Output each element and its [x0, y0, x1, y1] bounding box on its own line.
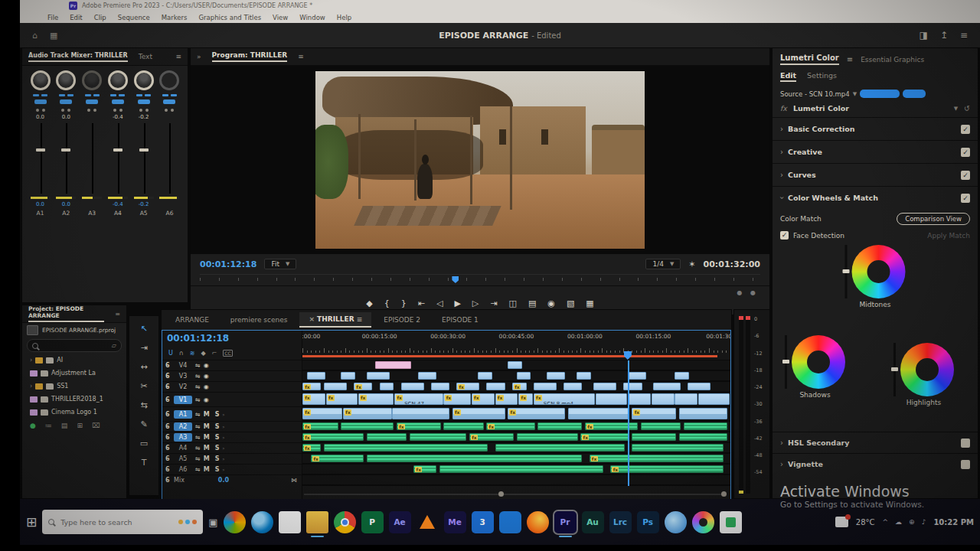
pen-tool[interactable]: ✎ [140, 419, 147, 429]
timeline-clip[interactable]: fx [302, 393, 325, 405]
delete-icon[interactable]: ⌧ [92, 422, 100, 429]
track-header-mix[interactable]: 6Mix0.0⋈ [162, 474, 302, 485]
timeline-clip[interactable] [367, 433, 407, 441]
solo-button[interactable]: S [215, 411, 220, 418]
subtab-edit[interactable]: Edit [780, 71, 796, 82]
share-icon[interactable]: ↥ [940, 30, 948, 41]
project-item[interactable]: Adjustment La [22, 367, 126, 380]
track-header-V2[interactable]: 6V2⇋◉ [162, 381, 302, 392]
mute-button[interactable]: M [204, 466, 210, 473]
track-lock-icon[interactable]: 6 [165, 411, 171, 418]
chat-icon[interactable] [499, 511, 521, 533]
timeline-clip[interactable] [577, 372, 591, 380]
track-target-V3[interactable]: V3 [174, 372, 192, 380]
track-lock-icon[interactable]: 6 [165, 396, 171, 403]
hue-wheel[interactable] [900, 343, 954, 396]
timeline-clip[interactable] [392, 408, 449, 419]
automation-mode[interactable] [34, 99, 47, 104]
snap-icon[interactable]: U [168, 350, 173, 357]
marker-icon[interactable]: ◆ [201, 350, 205, 357]
captions-icon[interactable]: CC [223, 350, 232, 357]
timeline-clip[interactable] [517, 433, 578, 441]
mute-button[interactable]: M [204, 434, 210, 441]
timeline-clip[interactable] [641, 422, 681, 430]
section-basic-correction[interactable]: ›Basic Correction✓ [773, 117, 978, 140]
sync-lock-icon[interactable]: ⇋ [195, 445, 201, 452]
automation-mode[interactable] [138, 99, 150, 104]
solo-button[interactable]: S [215, 445, 220, 452]
track-header-A2[interactable]: 6A2⇋MS⸗ [162, 421, 302, 432]
hue-wheel[interactable] [792, 335, 845, 389]
timeline-clip[interactable] [632, 433, 676, 441]
mute-solo-buttons[interactable] [85, 94, 100, 96]
mute-button[interactable]: M [204, 455, 210, 462]
track-lock-icon[interactable]: 6 [165, 434, 171, 441]
pan-knob[interactable] [159, 70, 179, 90]
track-header-V4[interactable]: 6V4⇋◉ [162, 360, 302, 370]
timeline-clip[interactable]: fx [302, 383, 321, 390]
tray-icon[interactable]: ♪ [922, 518, 926, 526]
volume-fader[interactable] [86, 123, 98, 194]
solo-button[interactable]: S [215, 423, 220, 430]
track-header-A1[interactable]: 6A1⇋MS⸗ [162, 406, 302, 421]
mute-button[interactable]: M [204, 423, 210, 430]
scanner-icon[interactable] [720, 511, 742, 533]
timeline-clip[interactable] [375, 361, 411, 369]
panel-menu-icon[interactable]: ≡ [298, 53, 304, 60]
timeline-clip[interactable] [380, 383, 394, 390]
timeline-clip[interactable]: fx [358, 393, 394, 405]
panel-menu-icon[interactable]: ≡ [115, 311, 120, 318]
timeline-clip-scn-8-mp4[interactable]: fxSCN 8.mp4 [534, 393, 595, 405]
timeline-clip[interactable]: fx [486, 422, 534, 430]
timeline-clip[interactable] [547, 372, 565, 380]
track-target-V2[interactable]: V2 [174, 383, 192, 391]
notification-card-icon[interactable] [835, 517, 848, 527]
section-hsl-secondary[interactable]: ›HSL Secondary [773, 432, 978, 453]
track-lock-icon[interactable]: 6 [165, 423, 171, 430]
add-marker-button[interactable]: ◆ [366, 298, 372, 308]
program-playhead[interactable] [452, 276, 459, 283]
menu-help[interactable]: Help [337, 14, 351, 21]
track-header-A4[interactable]: 6A4⇋MS⸗ [162, 442, 302, 453]
timeline-hscrollbar[interactable] [304, 491, 727, 497]
timeline-clip[interactable]: fx [443, 393, 471, 405]
project-item[interactable]: Cinema Logo 1 [22, 406, 126, 419]
volume-fader[interactable] [138, 123, 150, 194]
track-header-A5[interactable]: 6A5⇋MS⸗ [162, 453, 302, 464]
timeline-lane-A5[interactable]: fxfx [302, 454, 730, 465]
sync-lock-icon[interactable]: ⇋ [195, 434, 201, 441]
play-button[interactable]: ▶ [454, 298, 460, 308]
timeline-clip[interactable]: fx [302, 408, 342, 419]
timeline-lane-V1[interactable]: fxfxfxfxSCN 47.fxfxfxfxfxSCN 8.mp4 [302, 393, 730, 407]
mark-in-button[interactable]: { [384, 298, 390, 308]
timeline-clip[interactable]: fx [590, 455, 724, 462]
sequence-tab-episode-1[interactable]: EPISODE 1 [433, 313, 488, 327]
track-select-tool[interactable]: ⇥ [140, 343, 147, 353]
after-effects-icon[interactable]: Ae [389, 511, 411, 533]
panel-overflow-icon[interactable]: » [197, 53, 201, 60]
playhead-handle[interactable] [624, 351, 632, 360]
timeline-clip[interactable]: fx [585, 422, 638, 430]
lift-button[interactable]: ◫ [509, 298, 517, 308]
go-to-in-button[interactable]: ⇤ [418, 298, 425, 308]
rectangle-tool[interactable]: ▭ [140, 439, 148, 448]
effect-enabled-checkbox[interactable]: ✓ [961, 171, 970, 180]
track-header-V3[interactable]: 6V3⇋◉ [162, 370, 302, 381]
track-lock-icon[interactable]: 6 [165, 445, 171, 452]
track-output-eye-icon[interactable]: ◉ [204, 383, 209, 390]
mute-solo-buttons[interactable] [59, 94, 74, 96]
timeline-lane-A2[interactable]: fxfxfxfx [302, 422, 730, 432]
timeline-clip[interactable] [653, 383, 681, 390]
track-output-eye-icon[interactable]: ◉ [204, 396, 209, 403]
volume-fader[interactable] [112, 123, 124, 194]
wps-icon[interactable]: 3 [472, 511, 494, 533]
filmora-icon[interactable] [665, 511, 687, 533]
mix-expand-icon[interactable]: ⋈ [291, 477, 302, 484]
timeline-clip[interactable] [486, 383, 505, 390]
export-frame-button[interactable]: ◉ [547, 298, 555, 308]
solo-button[interactable]: S [215, 434, 220, 441]
timeline-clip[interactable]: fx [456, 383, 479, 390]
comparison-view-button[interactable]: Comparison View [897, 213, 970, 225]
track-target-A4[interactable]: A4 [174, 444, 192, 452]
project-search-input[interactable]: ▱ [27, 339, 122, 352]
